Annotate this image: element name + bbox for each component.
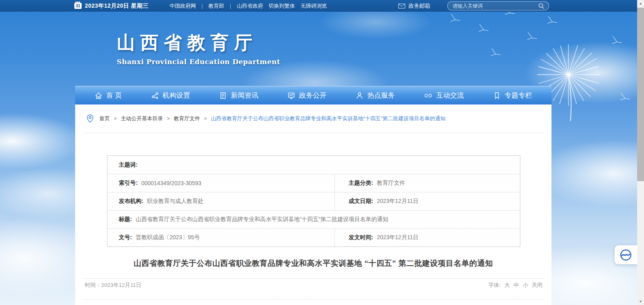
nav-label: 机构设置: [163, 91, 190, 100]
nav-item-home[interactable]: 首 页: [95, 91, 122, 100]
nav-label: 专题专栏: [505, 91, 532, 100]
link-china-gov[interactable]: 中国政府网: [170, 2, 196, 10]
gov-open-icon: [287, 92, 295, 100]
table-row: 标题: 山西省教育厅关于公布山西省职业教育品牌专业和高水平实训基地“十四五”第二…: [107, 210, 520, 228]
close-button[interactable]: 关闭: [532, 282, 543, 299]
breadcrumb-separator: >: [167, 116, 170, 121]
font-controls: 字体: 大 中 小 关闭: [488, 282, 543, 299]
field-value-issuing-agency: 职业教育与成人教育处: [147, 198, 204, 205]
topics-icon: [493, 92, 501, 100]
current-date: 2023年12月20日 星期三: [85, 2, 149, 10]
scroll-up-arrow[interactable]: ▲: [637, 0, 644, 7]
font-label: 字体:: [488, 282, 501, 299]
top-links: 中国政府网 | 教育部 | 山西省政府 切换到繁体 无障碍浏览: [170, 2, 327, 10]
site-title: 山西省教育厅: [117, 31, 280, 55]
field-value-subject-category: 教育厅文件: [377, 180, 405, 187]
link-ministry-education[interactable]: 教育部: [208, 2, 224, 10]
table-row: 发布机构: 职业教育与成人教育处 成文日期: 2023年12月11日: [107, 192, 520, 210]
link-traditional-chinese[interactable]: 切换到繁体: [269, 2, 295, 10]
home-icon: [95, 92, 103, 100]
field-label-title: 标题:: [119, 216, 132, 223]
scroll-down-arrow[interactable]: ▼: [637, 298, 644, 305]
breadcrumb-current[interactable]: 山西省教育厅关于公布山西省职业教育品牌专业和高水平实训基地“十四五”第二批建设项…: [211, 115, 446, 122]
nav-label: 热点服务: [367, 91, 395, 100]
search-input[interactable]: [452, 3, 538, 9]
breadcrumb-home[interactable]: 首页: [99, 115, 110, 122]
scrollbar[interactable]: ▲ ▼: [637, 0, 644, 305]
nav-item-special-topics[interactable]: 专题专栏: [493, 91, 532, 100]
link-separator: |: [230, 3, 231, 9]
field-value-issue-time: 2023年12月11日: [377, 234, 419, 241]
calendar-icon: 31: [74, 3, 82, 9]
nav-label: 政务公开: [299, 91, 326, 100]
field-value-title: 山西省教育厅关于公布山西省职业教育品牌专业和高水平实训基地“十四五”第二批建设项…: [136, 216, 388, 223]
link-separator: |: [202, 3, 203, 9]
table-row: 主题词:: [107, 156, 520, 174]
search-icon[interactable]: [538, 3, 545, 9]
breadcrumb-divider: [82, 133, 544, 133]
gov-mail: 政务邮箱: [398, 2, 430, 10]
field-label-index-number: 索引号:: [119, 180, 138, 187]
breadcrumb-catalog[interactable]: 主动公开基本目录: [121, 115, 163, 122]
field-label-subject-words: 主题词:: [119, 161, 138, 169]
nav-item-gov-affairs[interactable]: 政务公开: [287, 91, 326, 100]
font-size-medium-button[interactable]: 中: [514, 282, 519, 299]
nav-item-organization[interactable]: 机构设置: [151, 91, 190, 100]
field-label-written-date: 成文日期:: [349, 198, 373, 205]
news-icon: [219, 92, 227, 100]
gov-service-icon: [620, 249, 632, 261]
interact-icon: [424, 92, 433, 100]
mail-icon: [398, 4, 405, 8]
gov-mail-link[interactable]: 政务邮箱: [408, 2, 430, 10]
field-value-document-number: 晋教职成函〔2023〕95号: [136, 234, 200, 241]
top-utility-bar: 31 2023年12月20日 星期三 中国政府网 | 教育部 | 山西省政府 切…: [0, 0, 637, 12]
breadcrumb: 首页 > 主动公开基本目录 > 教育厅文件 > 山西省教育厅关于公布山西省职业教…: [86, 114, 446, 123]
breadcrumb-separator: >: [204, 116, 207, 121]
field-label-document-number: 文号:: [119, 234, 132, 241]
nav-label: 新闻资讯: [231, 91, 258, 100]
nav-label: 互动交流: [436, 91, 464, 100]
field-label-subject-category: 主题分类:: [349, 180, 373, 187]
article-time: 时间：2023年12月11日: [85, 282, 141, 299]
nav-item-hot-services[interactable]: 热点服务: [356, 91, 395, 100]
field-label-issue-time: 发文时间:: [349, 234, 373, 241]
time-value: 2023年12月11日: [101, 282, 142, 288]
field-value-index-number: 000014349/2023-30593: [141, 180, 202, 186]
content-panel: 首页 > 主动公开基本目录 > 教育厅文件 > 山西省教育厅关于公布山西省职业教…: [75, 104, 551, 305]
table-row: 文号: 晋教职成函〔2023〕95号 发文时间: 2023年12月11日: [107, 228, 520, 247]
field-label-issuing-agency: 发布机构:: [119, 198, 143, 205]
hot-service-icon: [356, 92, 364, 100]
search-box: [447, 1, 549, 10]
article-meta-bar: 时间：2023年12月11日 字体: 大 中 小 关闭: [83, 278, 544, 300]
site-logo: 山西省教育厅 Shanxi Provincial Education Depar…: [117, 31, 280, 66]
page-title: 山西省教育厅关于公布山西省职业教育品牌专业和高水平实训基地 “十四五” 第二批建…: [75, 258, 551, 269]
site-subtitle: Shanxi Provincial Education Department: [117, 58, 280, 66]
floating-service-button[interactable]: [615, 245, 637, 264]
font-size-small-button[interactable]: 小: [523, 282, 528, 299]
breadcrumb-separator: >: [114, 116, 117, 121]
link-accessibility[interactable]: 无障碍浏览: [301, 2, 327, 10]
time-label: 时间：: [85, 282, 101, 288]
org-icon: [151, 92, 159, 100]
breadcrumb-documents[interactable]: 教育厅文件: [174, 115, 200, 122]
page: 31 2023年12月20日 星期三 中国政府网 | 教育部 | 山西省政府 切…: [0, 0, 644, 305]
table-row: 索引号: 000014349/2023-30593 主题分类: 教育厅文件: [107, 174, 520, 192]
nav-item-news[interactable]: 新闻资讯: [219, 91, 258, 100]
location-pin-icon: [86, 114, 94, 123]
document-info-table: 主题词: 索引号: 000014349/2023-30593 主题分类: 教育厅…: [107, 155, 520, 247]
nav-label: 首 页: [106, 91, 122, 100]
scrollbar-thumb[interactable]: [637, 8, 644, 181]
font-size-large-button[interactable]: 大: [505, 282, 510, 299]
link-shanxi-gov[interactable]: 山西省政府: [237, 2, 263, 10]
main-navigation: 首 页 机构设置 新闻资讯 政务公开: [75, 86, 551, 104]
field-value-written-date: 2023年12月11日: [377, 198, 419, 205]
nav-item-interaction[interactable]: 互动交流: [424, 91, 464, 100]
